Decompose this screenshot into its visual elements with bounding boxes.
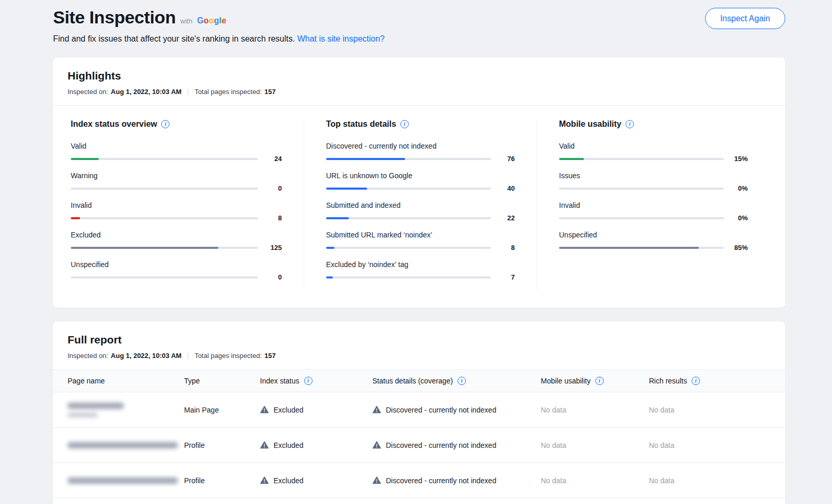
info-icon[interactable] [304,377,313,385]
stat-url-unknown: URL is unknown to Google 40 [326,171,515,192]
stat-label: Warning [71,171,282,180]
table-row[interactable]: Product Invalid Submitted, marked ‘noind… [53,498,785,504]
bar-fill [326,158,405,160]
stat-value: 0 [258,273,282,281]
stat-value: 8 [491,244,515,251]
stat-value: 0% [724,214,748,222]
page-header: Site Inspection with Google Inspect Agai… [53,7,785,44]
inspect-again-button[interactable]: Inspect Again [705,8,785,29]
page-type: Profile [184,476,260,485]
mobile-usability-cell: No data [541,441,649,449]
table-row[interactable]: Profile Excluded Discovered - currently … [53,463,785,498]
full-report-title: Full report [68,334,771,346]
stat-mobile-valid: Valid 15% [559,142,748,163]
full-report-head: Full report Inspected on: Aug 1, 2022, 1… [53,322,785,369]
bar-track [71,158,258,160]
inspected-on-label: Inspected on: [68,88,108,96]
panel-title-text: Top status details [326,120,396,129]
table-row[interactable]: Main Page Excluded Discovered - currentl… [53,392,785,428]
page-name-redacted [68,403,184,417]
stat-value: 24 [258,155,282,163]
stat-unspecified: Unspecified 0 [71,260,282,281]
total-pages-label: Total pages inspected: [194,352,262,360]
redacted-text-line [68,442,178,448]
highlights-head: Highlights Inspected on: Aug 1, 2022, 10… [53,58,785,105]
bar-fill [326,247,334,249]
stat-label: Invalid [559,201,748,209]
status-details-text: Discovered - currently not indexed [386,476,496,485]
stat-warning: Warning 0 [71,171,282,192]
index-status-cell: Excluded [260,441,372,449]
bar-fill [71,217,80,219]
warning-icon [260,405,269,414]
stat-submitted-noindex: Submitted URL marked ‘noindex’ 8 [326,231,515,251]
redacted-text-line [68,478,178,484]
inspected-on-label: Inspected on: [68,352,108,360]
table-row[interactable]: Profile Excluded Discovered - currently … [53,428,785,463]
stat-value: 8 [258,214,282,222]
redacted-text-line [68,403,124,409]
page-name-redacted [68,442,184,448]
info-icon[interactable] [626,120,634,128]
bar-track [71,276,258,278]
bar-fill [71,247,218,249]
bar-track [71,217,258,219]
info-icon[interactable] [692,377,700,385]
full-report-card: Full report Inspected on: Aug 1, 2022, 1… [53,322,785,504]
total-pages-value: 157 [265,352,276,360]
bar-track [326,247,491,249]
page-type: Profile [184,441,260,449]
stat-valid: Valid 24 [71,142,282,163]
info-icon[interactable] [458,377,466,385]
stat-label: Valid [559,142,748,150]
highlights-card: Highlights Inspected on: Aug 1, 2022, 10… [53,58,785,308]
bar-fill [559,247,699,249]
bar-fill [326,276,333,278]
info-icon[interactable] [400,120,409,128]
panel-title-text: Mobile usability [559,120,621,129]
stat-excluded-noindex: Excluded by ‘noindex’ tag 7 [326,260,515,281]
google-letter: o [209,16,214,25]
stat-label: Excluded by ‘noindex’ tag [326,260,515,269]
stat-label: Unspecified [559,231,748,239]
warning-icon [372,476,381,485]
warning-icon [372,441,381,449]
column-label: Rich results [649,377,687,385]
rich-results-cell: No data [649,406,771,414]
column-label: Mobile usability [541,377,591,385]
mobile-usability-cell: No data [541,476,649,485]
stat-label: Issues [559,171,748,180]
rich-results-cell: No data [649,441,771,449]
stat-value: 85% [724,244,748,251]
info-icon[interactable] [595,377,604,385]
stat-value: 0% [724,184,748,192]
info-icon[interactable] [161,120,170,128]
google-logo: Google [197,16,226,25]
stat-excluded: Excluded 125 [71,231,282,251]
stat-mobile-invalid: Invalid 0% [559,201,748,222]
column-type: Type [184,377,260,385]
column-label: Status details (coverage) [372,377,453,385]
mobile-usability-cell: No data [541,406,649,414]
column-index-status: Index status [260,377,372,385]
panel-title-text: Index status overview [71,120,157,129]
stat-label: Submitted and indexed [326,201,515,209]
stat-discovered: Discovered - currently not indexed 76 [326,142,515,163]
google-letter: e [222,16,226,25]
stat-value: 0 [258,184,282,192]
index-status-panel: Index status overview Valid 24 Warning 0… [71,120,304,290]
stat-label: Excluded [71,231,282,239]
column-mobile-usability: Mobile usability [541,377,649,385]
bar-track [559,217,724,219]
index-status-text: Excluded [274,476,304,485]
stat-invalid: Invalid 8 [71,201,282,222]
bar-fill [71,158,99,160]
bar-track [559,188,724,190]
highlights-panels: Index status overview Valid 24 Warning 0… [53,106,785,308]
what-is-site-inspection-link[interactable]: What is site inspection? [297,34,385,43]
google-letter: o [204,16,209,25]
warning-icon [260,476,269,485]
bar-track [71,247,258,249]
status-details-text: Discovered - currently not indexed [386,441,496,449]
status-details-cell: Discovered - currently not indexed [372,405,541,414]
